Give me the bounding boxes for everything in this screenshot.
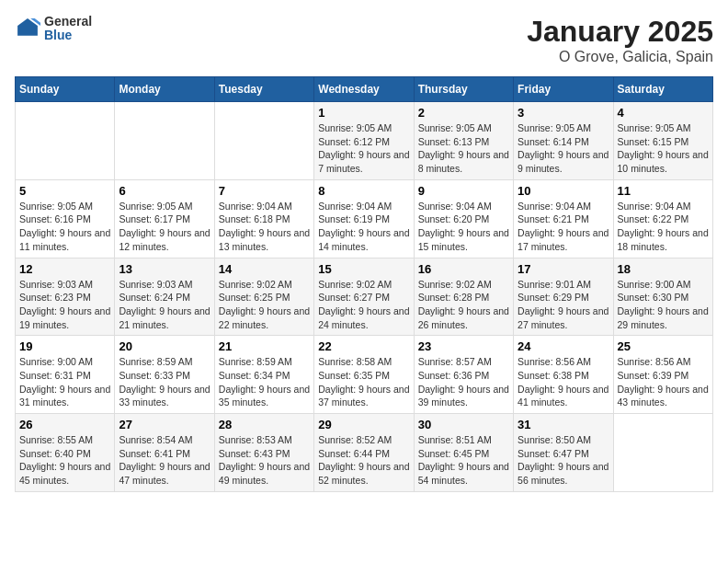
calendar-week-row: 19Sunrise: 9:00 AM Sunset: 6:31 PM Dayli… [16,336,713,414]
calendar-week-row: 1Sunrise: 9:05 AM Sunset: 6:12 PM Daylig… [16,102,713,180]
day-number: 17 [518,262,609,276]
day-info: Sunrise: 9:05 AM Sunset: 6:16 PM Dayligh… [19,200,110,254]
calendar-cell: 14Sunrise: 9:02 AM Sunset: 6:25 PM Dayli… [214,258,313,336]
calendar-cell: 22Sunrise: 8:58 AM Sunset: 6:35 PM Dayli… [314,336,414,414]
logo-icon [15,16,40,41]
column-header-tuesday: Tuesday [214,77,313,102]
day-info: Sunrise: 9:00 AM Sunset: 6:31 PM Dayligh… [19,355,110,409]
day-info: Sunrise: 9:02 AM Sunset: 6:25 PM Dayligh… [219,278,310,332]
day-info: Sunrise: 8:54 AM Sunset: 6:41 PM Dayligh… [119,433,210,488]
day-number: 7 [219,184,310,198]
day-info: Sunrise: 9:04 AM Sunset: 6:20 PM Dayligh… [418,200,509,254]
day-info: Sunrise: 8:50 AM Sunset: 6:47 PM Dayligh… [518,433,609,488]
logo-text: General Blue [44,15,92,43]
day-number: 19 [19,339,110,353]
day-info: Sunrise: 8:55 AM Sunset: 6:40 PM Dayligh… [19,433,110,488]
calendar-week-row: 5Sunrise: 9:05 AM Sunset: 6:16 PM Daylig… [16,179,713,258]
day-number: 20 [119,339,210,353]
column-header-sunday: Sunday [16,77,115,102]
calendar-cell [115,102,214,180]
day-number: 6 [119,184,210,198]
day-number: 13 [119,262,210,276]
calendar-cell: 11Sunrise: 9:04 AM Sunset: 6:22 PM Dayli… [613,179,712,258]
day-number: 23 [418,339,509,353]
calendar-cell [613,414,712,492]
column-header-wednesday: Wednesday [314,77,414,102]
page-header: General Blue January 2025 O Grove, Galic… [15,15,713,65]
calendar-cell: 6Sunrise: 9:05 AM Sunset: 6:17 PM Daylig… [115,179,214,258]
day-info: Sunrise: 8:58 AM Sunset: 6:35 PM Dayligh… [318,355,409,409]
column-header-friday: Friday [514,77,613,102]
day-info: Sunrise: 9:05 AM Sunset: 6:15 PM Dayligh… [618,121,709,176]
day-number: 28 [219,418,310,431]
day-number: 5 [19,184,110,198]
calendar-cell: 13Sunrise: 9:03 AM Sunset: 6:24 PM Dayli… [115,258,214,336]
logo: General Blue [15,15,92,43]
column-header-saturday: Saturday [613,77,712,102]
calendar-cell: 4Sunrise: 9:05 AM Sunset: 6:15 PM Daylig… [613,102,712,180]
day-info: Sunrise: 8:56 AM Sunset: 6:38 PM Dayligh… [518,355,609,409]
calendar-cell: 7Sunrise: 9:04 AM Sunset: 6:18 PM Daylig… [214,179,313,258]
page-title: January 2025 [527,15,713,49]
column-header-monday: Monday [115,77,214,102]
day-number: 16 [418,262,509,276]
calendar-header-row: SundayMondayTuesdayWednesdayThursdayFrid… [16,77,713,102]
day-number: 26 [19,418,110,431]
day-number: 15 [318,262,409,276]
calendar-cell [214,102,313,180]
calendar-cell: 31Sunrise: 8:50 AM Sunset: 6:47 PM Dayli… [514,414,613,492]
calendar-cell: 8Sunrise: 9:04 AM Sunset: 6:19 PM Daylig… [314,179,414,258]
calendar-cell: 21Sunrise: 8:59 AM Sunset: 6:34 PM Dayli… [214,336,313,414]
calendar-cell: 17Sunrise: 9:01 AM Sunset: 6:29 PM Dayli… [514,258,613,336]
day-info: Sunrise: 9:04 AM Sunset: 6:18 PM Dayligh… [219,200,310,254]
day-info: Sunrise: 9:03 AM Sunset: 6:24 PM Dayligh… [119,278,210,332]
calendar-cell: 26Sunrise: 8:55 AM Sunset: 6:40 PM Dayli… [16,414,115,492]
day-info: Sunrise: 8:51 AM Sunset: 6:45 PM Dayligh… [418,433,509,488]
calendar-cell: 2Sunrise: 9:05 AM Sunset: 6:13 PM Daylig… [414,102,513,180]
calendar-week-row: 26Sunrise: 8:55 AM Sunset: 6:40 PM Dayli… [16,414,713,492]
calendar-cell: 28Sunrise: 8:53 AM Sunset: 6:43 PM Dayli… [214,414,313,492]
calendar-cell: 18Sunrise: 9:00 AM Sunset: 6:30 PM Dayli… [613,258,712,336]
day-info: Sunrise: 8:53 AM Sunset: 6:43 PM Dayligh… [219,433,310,488]
day-number: 18 [618,262,709,276]
page-subtitle: O Grove, Galicia, Spain [527,49,713,65]
day-number: 21 [219,339,310,353]
day-number: 31 [518,418,609,431]
day-info: Sunrise: 8:59 AM Sunset: 6:33 PM Dayligh… [119,355,210,409]
calendar-cell: 24Sunrise: 8:56 AM Sunset: 6:38 PM Dayli… [514,336,613,414]
day-info: Sunrise: 9:05 AM Sunset: 6:13 PM Dayligh… [418,121,509,176]
day-number: 11 [618,184,709,198]
day-info: Sunrise: 9:01 AM Sunset: 6:29 PM Dayligh… [518,278,609,332]
day-info: Sunrise: 9:04 AM Sunset: 6:21 PM Dayligh… [518,200,609,254]
day-info: Sunrise: 9:04 AM Sunset: 6:22 PM Dayligh… [618,200,709,254]
day-number: 29 [318,418,409,431]
calendar-cell: 23Sunrise: 8:57 AM Sunset: 6:36 PM Dayli… [414,336,513,414]
title-block: January 2025 O Grove, Galicia, Spain [527,15,713,65]
calendar-cell: 3Sunrise: 9:05 AM Sunset: 6:14 PM Daylig… [514,102,613,180]
day-info: Sunrise: 9:00 AM Sunset: 6:30 PM Dayligh… [618,278,709,332]
day-info: Sunrise: 9:02 AM Sunset: 6:28 PM Dayligh… [418,278,509,332]
day-info: Sunrise: 9:05 AM Sunset: 6:12 PM Dayligh… [318,121,409,176]
calendar-cell: 19Sunrise: 9:00 AM Sunset: 6:31 PM Dayli… [16,336,115,414]
day-number: 3 [518,106,609,120]
day-number: 1 [318,106,409,120]
day-number: 4 [618,106,709,120]
day-number: 30 [418,418,509,431]
day-number: 14 [219,262,310,276]
day-info: Sunrise: 9:05 AM Sunset: 6:14 PM Dayligh… [518,121,609,176]
day-number: 24 [518,339,609,353]
day-number: 8 [318,184,409,198]
day-number: 10 [518,184,609,198]
calendar-cell: 10Sunrise: 9:04 AM Sunset: 6:21 PM Dayli… [514,179,613,258]
day-info: Sunrise: 8:56 AM Sunset: 6:39 PM Dayligh… [618,355,709,409]
calendar-cell: 1Sunrise: 9:05 AM Sunset: 6:12 PM Daylig… [314,102,414,180]
column-header-thursday: Thursday [414,77,513,102]
day-info: Sunrise: 8:52 AM Sunset: 6:44 PM Dayligh… [318,433,409,488]
day-info: Sunrise: 9:03 AM Sunset: 6:23 PM Dayligh… [19,278,110,332]
calendar-table: SundayMondayTuesdayWednesdayThursdayFrid… [15,76,713,492]
day-info: Sunrise: 8:59 AM Sunset: 6:34 PM Dayligh… [219,355,310,409]
day-number: 22 [318,339,409,353]
calendar-cell: 25Sunrise: 8:56 AM Sunset: 6:39 PM Dayli… [613,336,712,414]
day-number: 27 [119,418,210,431]
calendar-cell: 12Sunrise: 9:03 AM Sunset: 6:23 PM Dayli… [16,258,115,336]
